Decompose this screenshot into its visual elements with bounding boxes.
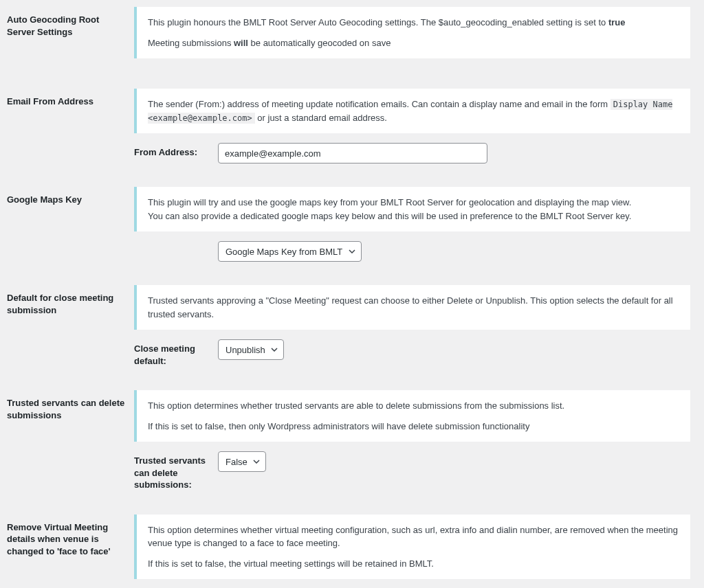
info-text: Meeting submissions will be automaticall…: [148, 36, 679, 50]
field-row-trusted-delete: Trusted servants can delete submissions:…: [134, 451, 690, 491]
info-box-email-from: The sender (From:) address of meeting up…: [134, 89, 690, 133]
field-label-empty: [134, 241, 218, 245]
info-text-segment: This plugin honours the BMLT Root Server…: [148, 17, 608, 27]
info-text-segment: be automatically geocoded on save: [248, 38, 390, 48]
info-text: If this is set to false, the virtual mee…: [148, 557, 679, 571]
info-box-trusted-delete: This option determines whether trusted s…: [134, 390, 690, 442]
section-label-google-maps-key: Google Maps Key: [7, 187, 134, 264]
field-row-from-address: From Address:: [134, 143, 690, 163]
section-body: This option determines whether virtual m…: [134, 514, 690, 588]
info-text: If this is set to false, then only Wordp…: [148, 420, 679, 433]
info-text: This plugin honours the BMLT Root Server…: [148, 16, 679, 30]
spacer: [7, 267, 690, 285]
from-address-input[interactable]: [218, 143, 487, 163]
section-label-remove-virtual: Remove Virtual Meeting details when venu…: [7, 514, 134, 588]
field-label-trusted-delete: Trusted servants can delete submissions:: [134, 451, 218, 491]
info-text-segment: Meeting submissions: [148, 38, 234, 48]
info-text: This option determines whether trusted s…: [148, 399, 679, 413]
info-text-segment: The sender (From:) address of meeting up…: [148, 99, 610, 109]
field-row-close-meeting-default: Close meeting default: Unpublish: [134, 339, 690, 367]
spacer: [7, 169, 690, 187]
info-text-line: You can also provide a dedicated google …: [148, 211, 631, 221]
spacer: [7, 71, 690, 89]
info-text-bold: will: [234, 38, 248, 48]
section-trusted-delete: Trusted servants can delete submissions …: [7, 390, 690, 494]
info-box-auto-geocoding: This plugin honours the BMLT Root Server…: [134, 7, 690, 58]
section-remove-virtual: Remove Virtual Meeting details when venu…: [7, 514, 690, 588]
info-text-bold: true: [608, 17, 626, 27]
section-body: This option determines whether trusted s…: [134, 390, 690, 494]
info-text: Trusted servants approving a "Close Meet…: [148, 295, 673, 319]
field-label-from-address: From Address:: [134, 143, 218, 159]
section-body: This plugin will try and use the google …: [134, 187, 690, 264]
section-auto-geocoding: Auto Geocoding Root Server Settings This…: [7, 7, 690, 68]
section-google-maps-key: Google Maps Key This plugin will try and…: [7, 187, 690, 264]
spacer: [7, 497, 690, 514]
section-label-auto-geocoding: Auto Geocoding Root Server Settings: [7, 7, 134, 68]
section-label-trusted-delete: Trusted servants can delete submissions: [7, 390, 134, 494]
field-label-close-meeting-default: Close meeting default:: [134, 339, 218, 367]
section-body: Trusted servants approving a "Close Meet…: [134, 285, 690, 370]
info-text-line: This plugin will try and use the google …: [148, 197, 631, 207]
trusted-delete-select[interactable]: False: [218, 451, 266, 472]
field-row-gmaps-key: Google Maps Key from BMLT: [134, 241, 690, 262]
section-email-from: Email From Address The sender (From:) ad…: [7, 89, 690, 166]
spacer: [7, 372, 690, 390]
info-text-segment: or just a standard email address.: [255, 113, 387, 123]
google-maps-key-select[interactable]: Google Maps Key from BMLT: [218, 241, 362, 262]
section-body: This plugin honours the BMLT Root Server…: [134, 7, 690, 68]
section-close-meeting-default: Default for close meeting submission Tru…: [7, 285, 690, 370]
close-meeting-default-select[interactable]: Unpublish: [218, 339, 284, 360]
section-label-close-meeting-default: Default for close meeting submission: [7, 285, 134, 370]
section-body: The sender (From:) address of meeting up…: [134, 89, 690, 166]
info-box-close-meeting: Trusted servants approving a "Close Meet…: [134, 285, 690, 330]
info-text: The sender (From:) address of meeting up…: [148, 98, 679, 124]
info-text: This option determines whether virtual m…: [148, 523, 679, 550]
section-label-email-from: Email From Address: [7, 89, 134, 166]
info-box-google-maps: This plugin will try and use the google …: [134, 187, 690, 231]
info-box-remove-virtual: This option determines whether virtual m…: [134, 514, 690, 580]
